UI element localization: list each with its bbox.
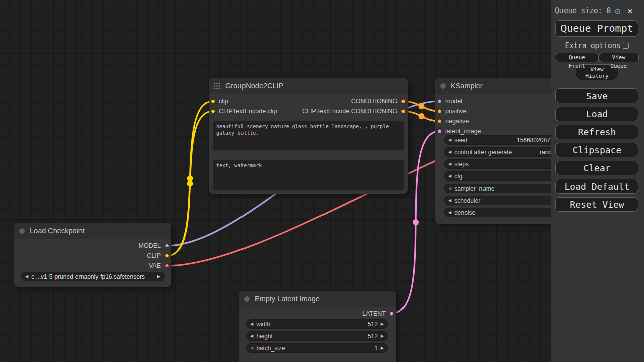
widget-value: 15668020871 bbox=[517, 137, 553, 144]
close-icon[interactable]: ✕ bbox=[627, 7, 632, 15]
port-label: positive bbox=[445, 108, 466, 115]
decrement-icon[interactable]: ◀ bbox=[448, 199, 451, 203]
view-history-label: History bbox=[576, 73, 618, 79]
widget-label: denoise bbox=[454, 209, 475, 216]
decrement-icon[interactable]: ◀ bbox=[250, 346, 253, 350]
output-model[interactable]: MODEL bbox=[14, 241, 171, 251]
extra-options-label: Extra options bbox=[565, 41, 621, 50]
increment-icon[interactable]: ▶ bbox=[381, 334, 384, 338]
wire-cond-positive bbox=[404, 101, 439, 111]
queue-size-label: Queue size: 0 bbox=[555, 6, 611, 15]
collapse-dot-icon[interactable] bbox=[244, 296, 250, 302]
decrement-icon[interactable]: ◀ bbox=[448, 138, 451, 142]
node-title: Load Checkpoint bbox=[30, 227, 85, 235]
port-label: negative bbox=[445, 118, 469, 125]
widget-label: cfg bbox=[454, 173, 462, 180]
widget-label: control after generate bbox=[454, 149, 512, 156]
widget-label: seed bbox=[454, 137, 467, 144]
node-title: KSampler bbox=[451, 82, 483, 90]
conditioning-port-icon[interactable] bbox=[401, 99, 406, 104]
queue-front-button[interactable]: Queue Front bbox=[555, 53, 599, 62]
node-title: Empty Latent Image bbox=[255, 295, 320, 303]
model-port-icon[interactable] bbox=[165, 244, 169, 248]
output-clip[interactable]: CLIP bbox=[14, 251, 171, 261]
node-graph-canvas[interactable]: GroupNode2CLIP clip CLIPTextEncode clip … bbox=[0, 0, 644, 362]
widget-label: batch_size bbox=[256, 345, 285, 352]
node-load-checkpoint[interactable]: Load Checkpoint MODEL CLIP VAE ◀ c ... v… bbox=[14, 223, 171, 287]
clip-port-icon[interactable] bbox=[165, 254, 169, 258]
decrement-icon[interactable]: ◀ bbox=[250, 322, 253, 326]
ckpt-name-widget[interactable]: ◀ c ... v1-5-pruned-emaonly-fp16.safeten… bbox=[21, 272, 165, 281]
widget-label: sampler_name bbox=[454, 185, 494, 192]
port-label: CLIPTextEncode CONDITIONING bbox=[302, 108, 397, 115]
positive-prompt-textarea[interactable]: beautiful scenery nature glass bottle la… bbox=[213, 121, 404, 150]
clear-button[interactable]: Clear bbox=[555, 161, 638, 175]
output-cliptextencode-conditioning[interactable]: CLIPTextEncode CONDITIONING bbox=[209, 106, 408, 116]
queue-prompt-button[interactable]: Queue Prompt bbox=[555, 20, 638, 37]
wire-clip-1 bbox=[167, 101, 213, 256]
widget-value: 1 bbox=[374, 345, 378, 352]
node-empty-latent-image-titlebar[interactable]: Empty Latent Image bbox=[239, 291, 396, 307]
node-groupnode2clip[interactable]: GroupNode2CLIP clip CLIPTextEncode clip … bbox=[209, 78, 408, 194]
decrement-icon[interactable]: ◀ bbox=[448, 150, 451, 154]
node-groupnode2clip-titlebar[interactable]: GroupNode2CLIP bbox=[209, 78, 408, 94]
wire-latent-midpoint-dot bbox=[413, 219, 419, 225]
wire-cond-negative-midpoint-dot bbox=[419, 113, 425, 119]
increment-icon[interactable]: ▶ bbox=[381, 322, 384, 326]
decrement-icon[interactable]: ◀ bbox=[448, 162, 451, 166]
output-latent[interactable]: LATENT bbox=[239, 309, 396, 319]
settings-gear-icon[interactable]: ⚙ bbox=[615, 6, 620, 16]
widget-label: steps bbox=[454, 161, 469, 168]
group-grid-icon bbox=[214, 83, 220, 89]
wire-clip-2-midpoint-dot bbox=[187, 180, 193, 187]
load-button[interactable]: Load bbox=[555, 107, 638, 121]
model-port-icon[interactable] bbox=[437, 99, 442, 104]
port-label: model bbox=[445, 98, 462, 105]
view-queue-button[interactable]: View Queue bbox=[599, 53, 639, 62]
conditioning-port-icon[interactable] bbox=[437, 109, 442, 114]
widget-label: height bbox=[256, 333, 273, 340]
decrement-icon[interactable]: ◀ bbox=[250, 334, 253, 338]
widget-value: 512 bbox=[368, 333, 378, 340]
widget-label: scheduler bbox=[454, 197, 480, 204]
widget-value: 512 bbox=[368, 321, 378, 328]
node-load-checkpoint-titlebar[interactable]: Load Checkpoint bbox=[14, 223, 171, 239]
wire-cond-positive-midpoint-dot bbox=[419, 103, 425, 109]
output-conditioning[interactable]: CONDITIONING bbox=[209, 96, 408, 106]
widget-value: v1-5-pruned-emaonly-fp16.safetensors bbox=[21, 273, 165, 280]
extra-options-checkbox[interactable] bbox=[623, 43, 629, 49]
port-label: VAE bbox=[149, 262, 161, 269]
latent-port-icon[interactable] bbox=[389, 312, 394, 316]
refresh-button[interactable]: Refresh bbox=[555, 125, 638, 139]
port-label: CONDITIONING bbox=[351, 98, 397, 105]
decrement-icon[interactable]: ◀ bbox=[448, 174, 451, 178]
latent-port-icon[interactable] bbox=[437, 129, 442, 134]
decrement-icon[interactable]: ◀ bbox=[448, 187, 451, 191]
reset-view-button[interactable]: Reset View bbox=[555, 197, 638, 212]
height-widget[interactable]: ◀ height 512 ▶ bbox=[246, 331, 388, 341]
collapse-dot-icon[interactable] bbox=[19, 228, 25, 234]
decrement-icon[interactable]: ◀ bbox=[448, 211, 451, 215]
batch-size-widget[interactable]: ◀ batch_size 1 ▶ bbox=[246, 343, 388, 353]
negative-prompt-textarea[interactable]: text, watermark bbox=[213, 160, 404, 190]
node-title: GroupNode2CLIP bbox=[225, 82, 283, 90]
conditioning-port-icon[interactable] bbox=[401, 109, 406, 114]
wire-clip-1-midpoint-dot bbox=[187, 175, 193, 182]
menu-sidebar: Queue size: 0 ⚙ ✕ Queue Prompt Extra opt… bbox=[551, 0, 644, 362]
node-empty-latent-image[interactable]: Empty Latent Image LATENT ◀ width 512 ▶ … bbox=[239, 291, 396, 362]
port-label: latent_image bbox=[445, 128, 481, 135]
wire-cond-negative bbox=[404, 111, 439, 121]
save-button[interactable]: Save bbox=[555, 88, 638, 103]
width-widget[interactable]: ◀ width 512 ▶ bbox=[246, 319, 388, 329]
port-label: LATENT bbox=[362, 310, 386, 317]
collapse-dot-icon[interactable] bbox=[440, 83, 446, 89]
increment-icon[interactable]: ▶ bbox=[381, 346, 384, 350]
clipspace-button[interactable]: Clipspace bbox=[555, 143, 638, 157]
load-default-button[interactable]: Load Default bbox=[555, 179, 638, 194]
wire-clip-2 bbox=[167, 111, 213, 256]
vae-port-icon[interactable] bbox=[165, 264, 169, 268]
widget-label: width bbox=[256, 321, 270, 328]
conditioning-port-icon[interactable] bbox=[437, 119, 442, 124]
port-label: MODEL bbox=[139, 242, 161, 249]
output-vae[interactable]: VAE bbox=[14, 261, 171, 271]
